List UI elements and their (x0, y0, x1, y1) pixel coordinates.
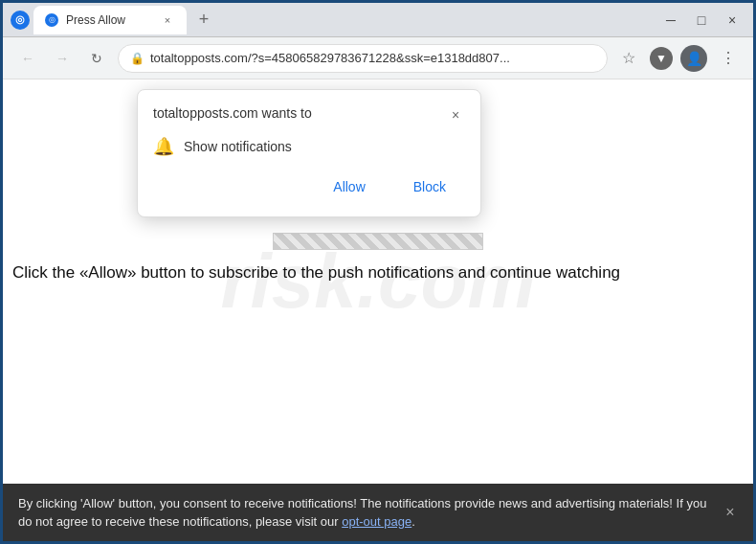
address-bar: ← → ↻ 🔒 totaltopposts.com/?s=45806582978… (3, 37, 753, 79)
browser-frame: ◎ ◎ Press Allow × + ─ □ × ← → ↻ 🔒 totalt… (3, 3, 753, 541)
bottom-bar-close-button[interactable]: × (719, 501, 742, 524)
bottom-bar-text: By clicking 'Allow' button, you consent … (18, 494, 715, 532)
maximize-button[interactable]: □ (688, 7, 715, 34)
popup-close-button[interactable]: × (446, 105, 465, 125)
popup-buttons: Allow Block (153, 172, 465, 201)
popup-header: totaltopposts.com wants to × (153, 105, 465, 125)
main-page-text: Click the «Allow» button to subscribe to… (12, 261, 744, 284)
bookmark-icon[interactable]: ☆ (615, 45, 642, 72)
loading-bar-container (273, 233, 483, 250)
new-tab-button[interactable]: + (190, 7, 217, 34)
window-controls: ─ □ × (657, 7, 745, 34)
tab-favicon: ◎ (45, 13, 58, 27)
tab-area: ◎ Press Allow × + (33, 6, 654, 34)
bottom-bar-text-part2: . (411, 514, 415, 529)
bell-icon: 🔔 (153, 136, 174, 157)
popup-permission-row: 🔔 Show notifications (153, 136, 465, 157)
tab-close-button[interactable]: × (160, 12, 175, 28)
title-bar: ◎ ◎ Press Allow × + ─ □ × (3, 3, 753, 37)
profile-icon[interactable]: 👤 (680, 45, 707, 72)
loading-bar (274, 234, 482, 249)
bottom-notification-bar: By clicking 'Allow' button, you consent … (3, 484, 753, 541)
close-window-button[interactable]: × (719, 7, 745, 34)
permission-text: Show notifications (184, 139, 292, 154)
back-button[interactable]: ← (14, 45, 41, 72)
allow-button[interactable]: Allow (314, 172, 384, 201)
forward-button[interactable]: → (49, 45, 76, 72)
url-text: totaltopposts.com/?s=458065829783671228&… (150, 51, 595, 65)
page-content: 9-fish risk.com totaltopposts.com wants … (3, 79, 753, 484)
browser-logo: ◎ (11, 11, 30, 30)
notification-permission-popup: totaltopposts.com wants to × 🔔 Show noti… (137, 89, 481, 217)
block-button[interactable]: Block (394, 172, 465, 201)
refresh-button[interactable]: ↻ (83, 45, 110, 72)
menu-button[interactable]: ⋮ (715, 45, 742, 72)
tab-title: Press Allow (66, 13, 152, 27)
lock-icon: 🔒 (130, 52, 145, 65)
popup-title: totaltopposts.com wants to (153, 105, 312, 121)
extensions-icon[interactable]: ▼ (650, 47, 673, 70)
active-tab[interactable]: ◎ Press Allow × (33, 6, 187, 34)
opt-out-link[interactable]: opt-out page (342, 514, 411, 529)
url-field[interactable]: 🔒 totaltopposts.com/?s=45806582978367122… (118, 44, 608, 73)
minimize-button[interactable]: ─ (657, 7, 684, 34)
